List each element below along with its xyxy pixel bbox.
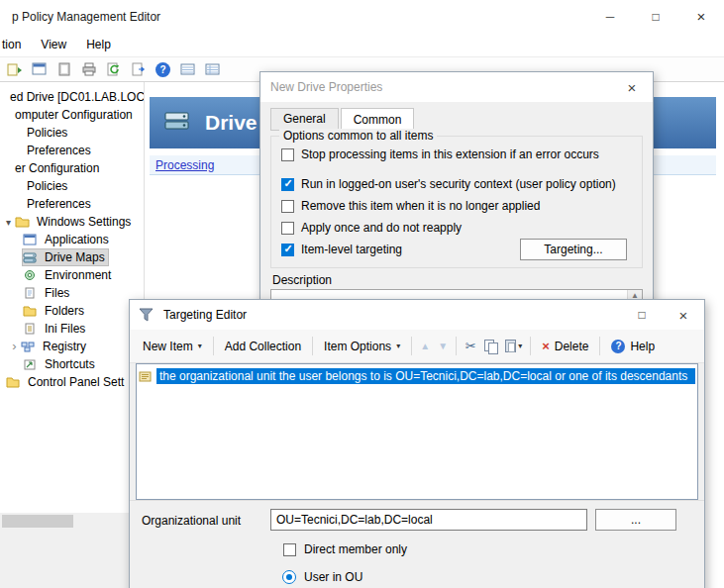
option-remove-when-not-applied[interactable]: Remove this item when it is no longer ap… <box>281 199 540 213</box>
tree-item-registry[interactable]: › Registry <box>0 338 144 355</box>
move-up-icon[interactable]: ▲ <box>416 341 434 351</box>
option-label: Remove this item when it is no longer ap… <box>301 199 540 213</box>
copy-icon[interactable] <box>484 340 497 353</box>
scrollbar-thumb[interactable] <box>2 515 73 528</box>
tree-item-label: Policies <box>24 178 70 194</box>
checkbox[interactable] <box>281 200 294 213</box>
paste-button[interactable]: ▾ <box>505 340 522 352</box>
menu-help[interactable]: Help <box>76 38 121 51</box>
user-in-ou-option[interactable]: User in OU <box>282 570 362 584</box>
environment-icon <box>23 268 39 282</box>
minimize-icon: ─ <box>606 10 615 24</box>
clipboard-icon[interactable] <box>55 61 72 78</box>
list-view-icon[interactable] <box>179 61 196 78</box>
shortcuts-icon <box>23 357 39 371</box>
drive-maps-icon <box>23 250 39 264</box>
radio-button[interactable] <box>282 570 296 584</box>
minimize-button[interactable]: ─ <box>587 0 633 33</box>
processing-column-link[interactable]: Processing <box>155 158 214 172</box>
tree-item-computer-configuration[interactable]: omputer Configuration <box>0 106 144 124</box>
tree-item-policies[interactable]: Policies <box>0 124 144 142</box>
toolbar-separator <box>456 337 457 355</box>
new-item-button[interactable]: New Item ▾ <box>136 336 209 357</box>
targeting-editor-dialog: Targeting Editor □ × New Item ▾ Add Coll… <box>129 299 705 588</box>
move-down-icon[interactable]: ▼ <box>434 341 452 351</box>
targeting-dialog-close-button[interactable]: × <box>663 300 704 330</box>
browse-button[interactable]: ... <box>595 509 676 531</box>
detail-view-icon[interactable] <box>204 61 221 78</box>
tree-item-label: Registry <box>40 339 89 354</box>
tree-item-preferences-user[interactable]: Preferences <box>0 195 144 213</box>
tree-item-shortcuts[interactable]: Shortcuts <box>0 355 144 373</box>
drive-dialog-close-button[interactable]: × <box>611 72 653 102</box>
tree-item-label: omputer Configuration <box>12 107 136 123</box>
tree-item-label: Environment <box>42 267 114 283</box>
help-icon[interactable]: ? <box>155 61 171 78</box>
checkbox[interactable] <box>281 178 294 191</box>
menu-action[interactable]: tion <box>0 38 31 51</box>
close-icon: × <box>628 79 637 96</box>
organizational-unit-input[interactable] <box>270 509 587 531</box>
tree-horizontal-scrollbar[interactable] <box>0 513 143 530</box>
files-icon <box>23 286 39 300</box>
tree-item-drive-maps[interactable]: Drive Maps <box>0 248 144 266</box>
targeting-dialog-maximize-button[interactable]: □ <box>621 300 663 330</box>
tree-item-files[interactable]: Files <box>0 284 144 302</box>
drive-dialog-title: New Drive Properties <box>260 80 382 94</box>
tree-item-user-configuration[interactable]: er Configuration <box>0 159 144 177</box>
printer-icon[interactable] <box>80 61 97 78</box>
help-button[interactable]: ? Help <box>604 336 662 357</box>
tree-item-label: er Configuration <box>12 160 102 176</box>
checkbox[interactable] <box>281 222 294 235</box>
tree-item-mapped-drive[interactable]: ed Drive [DC01.LAB.LOCA <box>0 88 144 106</box>
tree-item-policies-user[interactable]: Policies <box>0 177 144 195</box>
maximize-button[interactable]: □ <box>633 0 678 33</box>
delete-label: Delete <box>555 340 589 353</box>
console-window-icon[interactable] <box>31 61 48 78</box>
checkbox[interactable] <box>283 543 296 556</box>
tree-item-folders[interactable]: Folders <box>0 302 144 320</box>
tree-item-environment[interactable]: Environment <box>0 266 144 284</box>
targeting-dialog-title: Targeting Editor <box>154 308 247 322</box>
tab-common[interactable]: Common <box>341 108 415 131</box>
control-panel-icon <box>6 375 22 389</box>
funnel-icon <box>130 308 154 322</box>
close-icon: × <box>679 307 688 324</box>
checkbox[interactable] <box>281 244 294 256</box>
targeting-rule-list[interactable]: the organizational unit the user belongs… <box>136 363 698 500</box>
tree-item-preferences[interactable]: Preferences <box>0 142 144 159</box>
tree-item-windows-settings[interactable]: ▾ Windows Settings <box>0 213 144 231</box>
option-stop-processing[interactable]: Stop processing items in this extension … <box>281 147 599 161</box>
help-label: Help <box>630 340 655 353</box>
group-policy-editor-window: p Policy Management Editor ─ □ × tion Vi… <box>0 0 724 588</box>
folder-icon <box>15 215 31 229</box>
expander-closed-icon[interactable]: › <box>8 342 21 351</box>
checkbox[interactable] <box>281 148 294 161</box>
refresh-icon[interactable] <box>105 61 122 78</box>
targeting-rule-row[interactable]: the organizational unit the user belongs… <box>139 367 695 385</box>
option-apply-once[interactable]: Apply once and do not reapply <box>281 221 462 235</box>
tree-item-ini-files[interactable]: Ini Files <box>0 320 144 338</box>
menu-view[interactable]: View <box>31 38 76 51</box>
option-label: Apply once and do not reapply <box>301 221 462 235</box>
targeting-button[interactable]: Targeting... <box>520 239 627 260</box>
new-item-label: New Item <box>143 340 193 353</box>
export-list-icon[interactable] <box>130 61 147 78</box>
doc-arrows-icon[interactable] <box>6 61 23 78</box>
close-button[interactable]: × <box>678 0 724 33</box>
option-run-in-user-context[interactable]: Run in logged-on user's security context… <box>281 177 616 191</box>
toolbar-separator <box>213 337 214 355</box>
toolbar-separator <box>599 337 600 355</box>
tree-item-applications[interactable]: Applications <box>0 231 144 248</box>
item-options-button[interactable]: Item Options ▾ <box>317 336 407 357</box>
direct-member-only-option[interactable]: Direct member only <box>283 542 407 556</box>
tab-general[interactable]: General <box>270 108 339 131</box>
option-item-level-targeting[interactable]: Item-level targeting <box>281 243 402 256</box>
cut-icon[interactable]: ✂ <box>461 339 480 353</box>
delete-button[interactable]: × Delete <box>535 335 595 357</box>
expander-open-icon[interactable]: ▾ <box>2 217 15 228</box>
tree-item-control-panel-settings[interactable]: Control Panel Sett <box>0 373 144 391</box>
menu-bar: tion View Help <box>0 33 724 56</box>
add-collection-button[interactable]: Add Collection <box>218 336 308 357</box>
tree-item-label: Preferences <box>24 143 94 158</box>
